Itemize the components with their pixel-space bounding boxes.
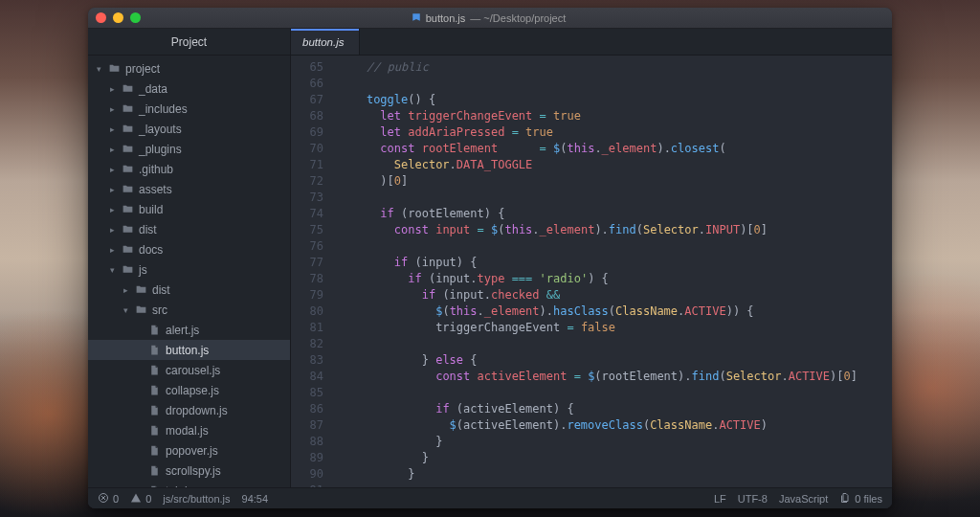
folder-icon bbox=[122, 203, 134, 215]
folder-assets[interactable]: assets bbox=[88, 179, 290, 199]
chevron-right-icon[interactable] bbox=[107, 104, 117, 114]
folder-_layouts[interactable]: _layouts bbox=[88, 119, 290, 139]
status-language[interactable]: JavaScript bbox=[779, 493, 828, 505]
file-dropdown-js[interactable]: dropdown.js bbox=[88, 400, 290, 420]
tab-label: button.js bbox=[302, 36, 344, 48]
minimize-window-button[interactable] bbox=[113, 12, 123, 23]
status-bar: 0 0 js/src/button.js 94:54 LF UTF-8 Java… bbox=[88, 487, 892, 508]
file-tab-js[interactable]: tab.js bbox=[88, 481, 290, 487]
title-path: — ~/Desktop/project bbox=[470, 12, 566, 24]
project-sidebar: Project project_data_includes_layouts_pl… bbox=[88, 29, 291, 487]
folder-icon bbox=[135, 303, 147, 316]
chevron-right-icon[interactable] bbox=[107, 205, 117, 214]
title-filename: button.js bbox=[426, 12, 466, 24]
tree-item-label: _data bbox=[139, 82, 167, 96]
window-titlebar[interactable]: button.js — ~/Desktop/project bbox=[88, 8, 892, 29]
tree-item-label: modal.js bbox=[166, 424, 209, 438]
tree-item-label: dist bbox=[139, 223, 157, 236]
status-cursor[interactable]: 94:54 bbox=[242, 493, 269, 505]
folder-project[interactable]: project bbox=[88, 58, 290, 79]
folder-icon bbox=[122, 223, 134, 236]
folder-icon bbox=[122, 143, 134, 155]
file-icon bbox=[148, 444, 161, 457]
warning-icon bbox=[130, 492, 142, 506]
folder--github[interactable]: .github bbox=[88, 159, 290, 179]
status-files[interactable]: 0 files bbox=[839, 492, 882, 506]
tree-item-label: collapse.js bbox=[166, 384, 219, 397]
file-icon bbox=[148, 404, 161, 416]
tree-item-label: scrollspy.js bbox=[166, 464, 221, 478]
file-alert-js[interactable]: alert.js bbox=[88, 320, 290, 340]
error-icon bbox=[98, 492, 109, 506]
app-logo-icon bbox=[412, 12, 421, 24]
folder-icon bbox=[108, 62, 121, 75]
folder-dist[interactable]: dist bbox=[88, 219, 290, 239]
chevron-right-icon[interactable] bbox=[121, 285, 130, 295]
close-window-button[interactable] bbox=[96, 12, 106, 23]
folder-icon bbox=[122, 123, 134, 135]
tree-item-label: project bbox=[125, 62, 160, 76]
chevron-down-icon[interactable] bbox=[94, 64, 103, 74]
file-scrollspy-js[interactable]: scrollspy.js bbox=[88, 461, 290, 481]
folder-_includes[interactable]: _includes bbox=[88, 99, 290, 119]
file-modal-js[interactable]: modal.js bbox=[88, 420, 290, 440]
folder-js[interactable]: js bbox=[88, 259, 290, 280]
file-button-js[interactable]: button.js bbox=[88, 340, 290, 360]
file-icon bbox=[148, 364, 161, 376]
status-warnings[interactable]: 0 bbox=[130, 492, 151, 506]
status-encoding[interactable]: UTF-8 bbox=[738, 493, 768, 505]
tree-item-label: button.js bbox=[166, 344, 209, 357]
file-collapse-js[interactable]: collapse.js bbox=[88, 380, 290, 400]
zoom-window-button[interactable] bbox=[130, 12, 141, 23]
folder-icon bbox=[122, 263, 134, 276]
folder-_plugins[interactable]: _plugins bbox=[88, 139, 290, 159]
tab-bar[interactable]: button.js bbox=[291, 29, 892, 56]
line-number-gutter: 65 66 67 68 69 70 71 72 73 74 75 76 77 7… bbox=[291, 56, 333, 487]
file-popover-js[interactable]: popover.js bbox=[88, 440, 290, 461]
tree-item-label: dropdown.js bbox=[166, 404, 228, 417]
editor-window: button.js — ~/Desktop/project Project pr… bbox=[88, 8, 892, 508]
editor-main: button.js 65 66 67 68 69 70 71 72 73 74 … bbox=[291, 29, 892, 487]
status-path[interactable]: js/src/button.js bbox=[163, 493, 230, 505]
code-editor[interactable]: 65 66 67 68 69 70 71 72 73 74 75 76 77 7… bbox=[291, 56, 892, 487]
file-tree[interactable]: project_data_includes_layouts_plugins.gi… bbox=[88, 56, 290, 487]
folder-icon bbox=[122, 102, 134, 115]
chevron-right-icon[interactable] bbox=[107, 225, 117, 235]
folder-_data[interactable]: _data bbox=[88, 79, 290, 99]
tab-button-js[interactable]: button.js bbox=[291, 29, 360, 55]
tree-item-label: _plugins bbox=[139, 143, 182, 156]
tree-item-label: .github bbox=[139, 163, 173, 176]
folder-docs[interactable]: docs bbox=[88, 239, 290, 259]
tree-item-label: carousel.js bbox=[166, 364, 220, 377]
folder-icon bbox=[135, 283, 147, 296]
chevron-right-icon[interactable] bbox=[107, 185, 117, 194]
file-icon bbox=[148, 344, 161, 356]
tree-item-label: build bbox=[139, 203, 163, 216]
folder-build[interactable]: build bbox=[88, 199, 290, 219]
files-icon bbox=[839, 492, 851, 506]
tree-item-label: popover.js bbox=[166, 444, 218, 458]
status-line-ending[interactable]: LF bbox=[714, 493, 726, 505]
folder-icon bbox=[122, 183, 134, 195]
tree-item-label: _layouts bbox=[139, 123, 182, 136]
tree-item-label: alert.js bbox=[166, 324, 199, 337]
chevron-right-icon[interactable] bbox=[107, 145, 117, 154]
folder-icon bbox=[122, 163, 134, 175]
panel-header-project[interactable]: Project bbox=[88, 29, 290, 56]
folder-src[interactable]: src bbox=[88, 300, 290, 320]
file-icon bbox=[148, 464, 161, 477]
folder-icon bbox=[122, 243, 134, 256]
chevron-right-icon[interactable] bbox=[107, 84, 117, 94]
chevron-right-icon[interactable] bbox=[107, 165, 117, 174]
status-errors[interactable]: 0 bbox=[98, 492, 119, 506]
code-area[interactable]: // public toggle() { let triggerChangeEv… bbox=[333, 56, 892, 487]
chevron-right-icon[interactable] bbox=[107, 245, 117, 255]
traffic-lights bbox=[96, 12, 141, 23]
file-icon bbox=[148, 384, 161, 396]
chevron-down-icon[interactable] bbox=[121, 305, 130, 315]
file-carousel-js[interactable]: carousel.js bbox=[88, 360, 290, 380]
folder-dist[interactable]: dist bbox=[88, 280, 290, 300]
chevron-down-icon[interactable] bbox=[107, 265, 117, 275]
chevron-right-icon[interactable] bbox=[107, 124, 117, 134]
file-icon bbox=[148, 324, 161, 336]
